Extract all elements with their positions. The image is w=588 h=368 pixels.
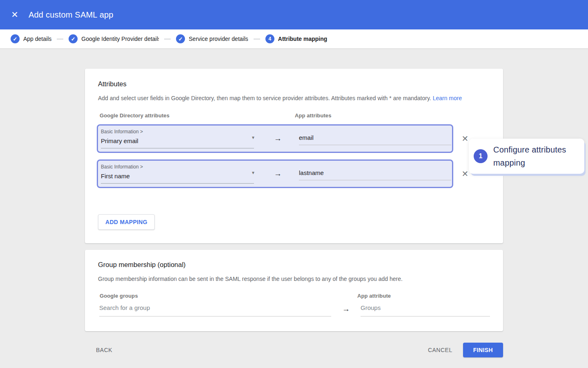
coachmark-callout: 1 Configure attributes mapping [469,139,584,174]
mapping-rows: Basic Information > Primary email ▼ → ✕ … [98,124,490,188]
group-search-input[interactable] [99,304,331,316]
step-complete-icon: ✓ [11,34,20,43]
group-membership-title: Group membership (optional) [98,261,490,269]
select-value: Primary email [101,137,257,144]
directory-attributes-column-header: Google Directory attributes [100,112,295,119]
step-complete-icon: ✓ [176,34,185,43]
step-app-details: ✓ App details [11,34,51,43]
attributes-description: Add and select user fields in Google Dir… [98,95,490,101]
step-number-badge: 4 [265,34,274,43]
arrow-right-icon: → [274,169,282,178]
group-column-headers: Google groups App attribute [98,293,490,299]
select-value: First name [101,173,257,180]
groups-app-attribute-input[interactable] [361,304,490,316]
step-separator [164,39,171,39]
step-google-idp-details: ✓ Google Identity Provider details [69,34,159,43]
mapping-row: Basic Information > First name ▼ → ✕ [98,159,490,188]
select-underline [101,148,254,148]
arrow-right-icon: → [342,305,350,314]
column-headers: Google Directory attributes App attribut… [98,112,490,119]
back-button[interactable]: BACK [96,347,112,353]
app-attribute-field-wrap [299,169,451,180]
coachmark-text: Configure attributes mapping [493,143,578,169]
app-attributes-column-header: App attributes [295,112,332,119]
select-underline [101,183,254,184]
chevron-down-icon: ▼ [251,135,255,140]
close-icon[interactable]: ✕ [10,10,20,20]
app-header: ✕ Add custom SAML app [0,0,588,29]
coachmark-step-badge: 1 [474,149,488,163]
step-complete-icon: ✓ [69,34,78,43]
group-membership-card: Group membership (optional) Group member… [85,250,503,331]
step-label: Google Identity Provider details [81,36,159,42]
app-attribute-field-wrap [299,134,451,145]
select-category: Basic Information > [101,164,257,170]
arrow-right-icon: → [274,134,282,143]
attributes-card: Attributes Add and select user fields in… [85,69,503,243]
attributes-title: Attributes [98,80,490,88]
mapping-highlight-box: Basic Information > First name ▼ → [97,159,453,188]
mapping-row: Basic Information > Primary email ▼ → ✕ [98,124,490,153]
step-separator [57,39,63,39]
step-label: App details [23,36,51,42]
group-membership-description: Group membership information can be sent… [98,276,490,282]
group-fields-row: → [98,304,490,316]
app-attribute-input[interactable] [299,169,451,180]
app-attribute-input[interactable] [299,134,451,145]
wizard-footer: BACK CANCEL FINISH [85,343,503,357]
wizard-stepper: ✓ App details ✓ Google Identity Provider… [0,29,588,49]
directory-attribute-select[interactable]: Basic Information > First name ▼ [101,161,257,187]
finish-button[interactable]: FINISH [463,343,503,357]
google-groups-column-header: Google groups [100,293,357,299]
add-mapping-button[interactable]: ADD MAPPING [98,214,155,230]
chevron-down-icon: ▼ [251,171,255,175]
step-label: Attribute mapping [278,36,327,42]
directory-attribute-select[interactable]: Basic Information > Primary email ▼ [101,126,257,152]
step-separator [254,39,260,39]
main-content: Attributes Add and select user fields in… [85,69,503,357]
step-label: Service provider details [189,36,248,42]
learn-more-link[interactable]: Learn more [433,95,462,101]
step-service-provider-details: ✓ Service provider details [176,34,248,43]
mapping-highlight-box: Basic Information > Primary email ▼ → [97,124,453,153]
page-title: Add custom SAML app [29,10,114,20]
app-attribute-column-header: App attribute [357,293,391,299]
step-attribute-mapping: 4 Attribute mapping [265,34,327,43]
select-category: Basic Information > [101,129,257,135]
cancel-button[interactable]: CANCEL [428,347,452,353]
